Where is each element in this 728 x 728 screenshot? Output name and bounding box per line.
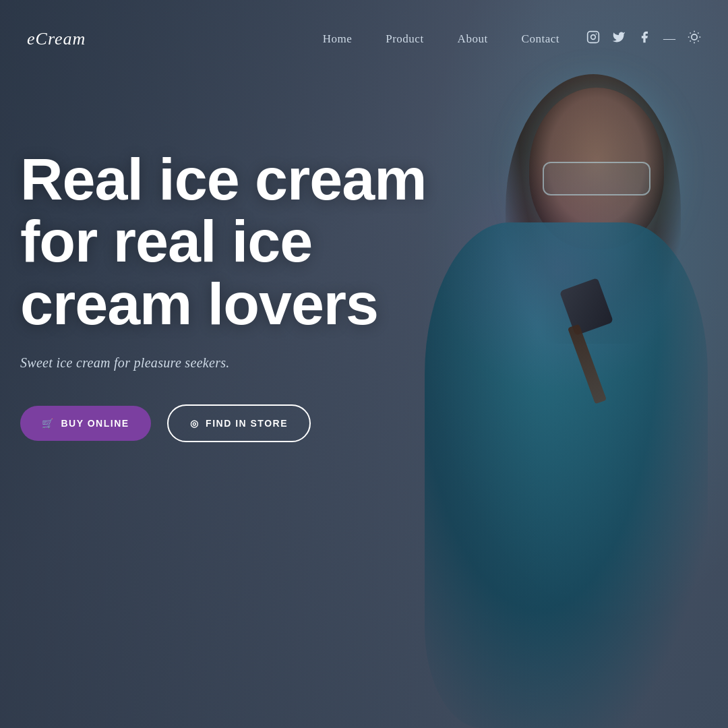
nav-item-product[interactable]: Product [386, 32, 423, 46]
svg-point-2 [596, 34, 597, 35]
hero-title-line2: cream lovers [20, 270, 378, 337]
hero-title-line1: Real ice cream for real ice [20, 146, 426, 274]
nav-item-contact[interactable]: Contact [522, 32, 559, 46]
navbar: eCream Home Product About Contact [0, 0, 728, 78]
svg-point-3 [692, 34, 697, 40]
buy-online-label: BUY ONLINE [61, 418, 129, 429]
hero-subtitle: Sweet ice cream for pleasure seekers. [20, 355, 479, 371]
svg-line-11 [698, 33, 698, 34]
page-wrapper: eCream Home Product About Contact [0, 0, 728, 728]
nav-item-about[interactable]: About [458, 32, 488, 46]
find-in-store-button[interactable]: ◎ FIND IN STORE [167, 404, 311, 442]
find-in-store-label: FIND IN STORE [206, 418, 288, 429]
hero-title: Real ice cream for real ice cream lovers [20, 148, 479, 335]
svg-point-1 [591, 35, 596, 40]
svg-line-10 [690, 40, 691, 41]
theme-toggle-icon[interactable] [688, 30, 701, 47]
twitter-icon[interactable] [612, 30, 626, 47]
hero-buttons: 🛒 BUY ONLINE ◎ FIND IN STORE [20, 404, 479, 442]
nav-links: Home Product About Contact [323, 32, 559, 46]
svg-line-7 [698, 40, 698, 41]
nav-divider: — [663, 32, 675, 46]
instagram-icon[interactable] [586, 30, 600, 47]
buy-online-button[interactable]: 🛒 BUY ONLINE [20, 406, 151, 441]
glasses [543, 162, 650, 195]
logo[interactable]: eCream [27, 29, 86, 49]
svg-rect-0 [588, 32, 599, 43]
nav-icons: — [586, 30, 701, 47]
svg-line-6 [690, 33, 691, 34]
hero-content: Real ice cream for real ice cream lovers… [20, 148, 479, 442]
nav-item-home[interactable]: Home [323, 32, 353, 46]
location-icon: ◎ [190, 418, 200, 429]
facebook-icon[interactable] [638, 30, 651, 47]
cart-icon: 🛒 [42, 418, 55, 429]
